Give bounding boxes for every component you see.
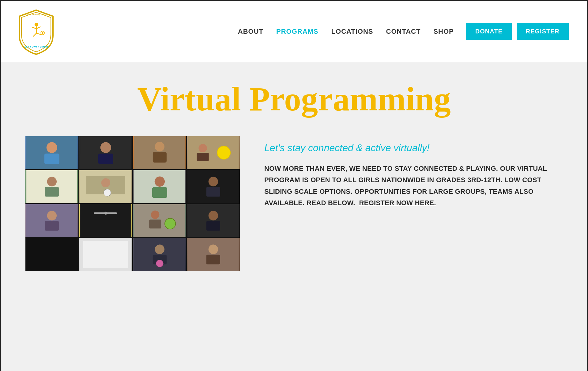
svg-point-30 — [104, 189, 111, 196]
hero-description: NOW MORE THAN EVER, WE NEED TO STAY CONN… — [264, 163, 563, 209]
nav-contact[interactable]: CONTACT — [386, 28, 421, 36]
svg-point-45 — [151, 210, 159, 219]
nav-locations[interactable]: LOCATIONS — [331, 28, 373, 36]
svg-rect-51 — [26, 238, 77, 271]
svg-point-0 — [35, 23, 38, 26]
grid-cell-2 — [79, 136, 132, 169]
grid-cell-8 — [187, 170, 240, 203]
nav-shop[interactable]: SHOP — [433, 28, 454, 36]
nav-programs[interactable]: PROGRAMS — [276, 28, 318, 36]
logo-icon[interactable]: See it Own it Lead it Girls Leading Girl… — [16, 8, 56, 55]
grid-cell-5 — [25, 170, 78, 203]
svg-rect-18 — [153, 152, 166, 163]
svg-point-49 — [209, 211, 218, 220]
hero-title: Virtual Programming — [25, 81, 563, 118]
svg-point-38 — [47, 211, 57, 220]
svg-text:Girls Leading Girls: Girls Leading Girls — [27, 13, 46, 16]
grid-cell-11 — [133, 204, 186, 237]
svg-rect-60 — [206, 255, 220, 264]
svg-point-21 — [199, 144, 207, 152]
grid-cell-12 — [187, 204, 240, 237]
svg-point-57 — [156, 260, 163, 267]
svg-rect-48 — [188, 204, 239, 237]
register-button[interactable]: REGISTER — [517, 23, 569, 40]
svg-point-17 — [155, 142, 164, 151]
svg-rect-34 — [188, 170, 239, 203]
grid-cell-9 — [25, 204, 78, 237]
grid-cell-13 — [25, 238, 78, 271]
svg-point-20 — [217, 146, 230, 159]
svg-rect-25 — [45, 187, 59, 197]
grid-cell-1 — [25, 136, 78, 169]
svg-rect-12 — [44, 154, 59, 164]
svg-text:See it Own it Lead it: See it Own it Lead it — [24, 45, 48, 48]
svg-point-55 — [155, 245, 164, 254]
svg-point-59 — [209, 245, 218, 254]
svg-point-24 — [47, 177, 57, 186]
grid-cell-3 — [133, 136, 186, 169]
svg-rect-33 — [152, 187, 167, 198]
main-nav: ABOUT PROGRAMS LOCATIONS CONTACT SHOP DO… — [238, 23, 569, 40]
nav-buttons: DONATE REGISTER — [466, 23, 569, 40]
svg-rect-22 — [197, 153, 209, 161]
svg-point-14 — [100, 142, 111, 153]
grid-cell-15 — [133, 238, 186, 271]
hero-content: Let's stay connected & active virtually!… — [25, 136, 563, 271]
svg-point-29 — [101, 178, 110, 187]
logo-container[interactable]: See it Own it Lead it Girls Leading Girl… — [16, 8, 56, 55]
svg-rect-40 — [80, 204, 131, 237]
svg-rect-39 — [45, 221, 59, 230]
video-grid — [25, 136, 240, 271]
svg-rect-53 — [83, 241, 128, 268]
svg-rect-23 — [26, 170, 77, 203]
svg-point-35 — [209, 177, 218, 186]
text-content: Let's stay connected & active virtually!… — [264, 136, 563, 209]
nav-links: ABOUT PROGRAMS LOCATIONS CONTACT SHOP — [238, 28, 454, 36]
grid-cell-7 — [133, 170, 186, 203]
site-header: See it Own it Lead it Girls Leading Girl… — [1, 1, 587, 62]
register-now-link[interactable]: REGISTER NOW HERE. — [359, 199, 436, 207]
hero-section: Virtual Programming — [1, 62, 587, 371]
svg-point-11 — [47, 142, 57, 153]
svg-point-32 — [154, 176, 164, 186]
donate-button[interactable]: DONATE — [466, 23, 512, 40]
svg-point-47 — [165, 218, 175, 229]
svg-rect-50 — [206, 221, 220, 230]
grid-cell-16 — [187, 238, 240, 271]
svg-rect-19 — [188, 136, 239, 169]
svg-rect-58 — [188, 238, 239, 271]
grid-cell-4 — [187, 136, 240, 169]
svg-rect-15 — [98, 154, 113, 164]
svg-point-7 — [42, 32, 43, 34]
svg-rect-37 — [26, 204, 77, 237]
svg-rect-36 — [206, 187, 220, 197]
hero-subtitle: Let's stay connected & active virtually! — [264, 142, 563, 154]
svg-rect-42 — [94, 212, 106, 214]
grid-cell-14 — [79, 238, 132, 271]
nav-about[interactable]: ABOUT — [238, 28, 263, 36]
grid-cell-6 — [79, 170, 132, 203]
svg-rect-46 — [149, 219, 161, 228]
svg-rect-43 — [105, 212, 117, 214]
grid-cell-10 — [79, 204, 132, 237]
